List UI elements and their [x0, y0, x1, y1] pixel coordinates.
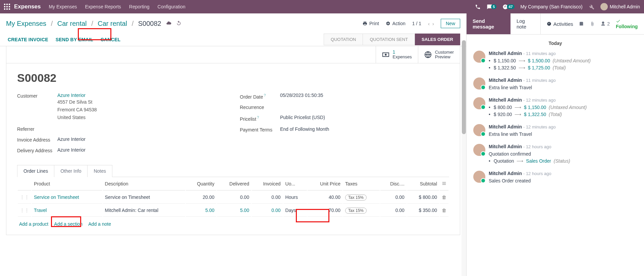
col-subtotal[interactable]: Subtotal [407, 178, 439, 190]
followers-button[interactable]: 2 [600, 21, 610, 26]
menu-reporting[interactable]: Reporting [129, 4, 150, 9]
cloud-icon[interactable] [166, 20, 171, 27]
help-icon[interactable]: ? [257, 115, 259, 119]
following-button[interactable]: Following [616, 18, 639, 29]
description-cell[interactable]: Mitchell Admin: Car rental [103, 204, 185, 217]
col-product[interactable]: Product [32, 178, 102, 190]
disc-cell[interactable]: 0.00 [380, 204, 407, 217]
message-author[interactable]: Mitchell Admin [489, 124, 522, 129]
activities-button[interactable]: Activities [540, 13, 579, 34]
wrench-icon[interactable] [589, 4, 594, 10]
col-delivered[interactable]: Delivered [217, 178, 251, 190]
message-author[interactable]: Mitchell Admin [489, 144, 522, 149]
add-note-link[interactable]: Add a note [88, 221, 111, 227]
invoiced-cell[interactable]: 0.00 [252, 191, 283, 204]
customer-addr3: United States [57, 114, 226, 121]
company-switcher[interactable]: My Company (San Francisco) [521, 4, 583, 9]
menu-my-expenses[interactable]: My Expenses [49, 4, 77, 9]
user-menu[interactable]: Mitchell Admin [600, 3, 640, 10]
send-email-button[interactable]: SEND BY EMAIL [56, 37, 93, 42]
uom-cell[interactable]: Hours [283, 191, 307, 204]
add-section-link[interactable]: Add a section [54, 221, 83, 227]
status-quotation-sent[interactable]: QUOTATION SENT [363, 34, 415, 45]
table-row[interactable]: ⋮⋮ Service on Timesheet Service on Times… [18, 191, 448, 204]
price-cell[interactable]: 40.00 [308, 191, 342, 204]
col-description[interactable]: Description [103, 178, 185, 190]
col-quantity[interactable]: Quantity [186, 178, 217, 190]
message-author[interactable]: Mitchell Admin [489, 97, 522, 103]
stat-expenses[interactable]: 1Expenses [376, 46, 418, 63]
attachment-icon[interactable] [590, 21, 595, 26]
product-cell[interactable]: Travel [34, 208, 47, 213]
menu-expense-reports[interactable]: Expense Reports [85, 4, 121, 9]
stat-customer-preview[interactable]: CustomerPreview [418, 46, 460, 63]
book-icon[interactable] [579, 21, 584, 26]
tab-order-lines[interactable]: Order Lines [17, 165, 54, 177]
message-author[interactable]: Mitchell Admin [489, 51, 522, 56]
referrer-label: Referrer [17, 126, 57, 132]
delivery-address-value[interactable]: Azure Interior [57, 147, 226, 153]
description-cell[interactable]: Service on Timesheet [103, 191, 185, 204]
col-taxes[interactable]: Taxes [343, 178, 380, 190]
col-invoiced[interactable]: Invoiced [252, 178, 283, 190]
message-change: • $ 920.00 ⟶ $ 1,322.50 (Total) [489, 111, 637, 118]
breadcrumb-current: S00082 [138, 20, 161, 27]
drag-handle-icon[interactable]: ⋮⋮ [18, 191, 31, 204]
scrollbar[interactable] [462, 40, 466, 276]
tab-notes[interactable]: Notes [87, 165, 112, 177]
invoiced-cell[interactable]: 0.00 [252, 204, 283, 217]
tax-cell[interactable]: Tax 15% [343, 204, 380, 217]
delete-row-icon[interactable]: 🗑 [440, 204, 448, 217]
disc-cell[interactable]: 0.00 [380, 191, 407, 204]
help-icon[interactable]: ? [264, 93, 266, 97]
apps-icon[interactable] [4, 4, 10, 10]
customer-addr2: Fremont CA 94538 [57, 106, 226, 113]
col-uom[interactable]: Uo... [283, 178, 307, 190]
send-message-button[interactable]: Send message [467, 13, 511, 34]
create-invoice-button[interactable]: CREATE INVOICE [8, 37, 48, 42]
quantity-cell[interactable]: 20.00 [186, 191, 217, 204]
phone-icon[interactable] [475, 4, 481, 10]
undo-icon[interactable] [176, 20, 181, 27]
prev-record[interactable]: ‹ [427, 21, 431, 26]
delivered-cell[interactable]: 0.00 [217, 191, 251, 204]
table-row[interactable]: ⋮⋮ Travel Mitchell Admin: Car rental 5.0… [18, 204, 448, 217]
col-unit-price[interactable]: Unit Price [308, 178, 342, 190]
delete-row-icon[interactable]: 🗑 [440, 191, 448, 204]
quantity-cell[interactable]: 5.00 [186, 204, 217, 217]
recurrence-label: Recurrence [240, 104, 280, 110]
app-brand[interactable]: Expenses [14, 3, 41, 10]
settings-icon[interactable] [442, 181, 446, 186]
message-time: - 12 hours ago [523, 171, 551, 176]
customer-value[interactable]: Azure Interior [57, 93, 86, 98]
menu-configuration[interactable]: Configuration [158, 4, 185, 9]
message-author[interactable]: Mitchell Admin [489, 171, 522, 176]
tab-other-info[interactable]: Other Info [54, 165, 88, 177]
status-quotation[interactable]: QUOTATION [324, 34, 363, 45]
cancel-button[interactable]: CANCEL [101, 37, 121, 42]
pricelist-value[interactable]: Public Pricelist (USD) [280, 115, 449, 120]
next-record[interactable]: › [431, 21, 435, 26]
new-button[interactable]: New [441, 19, 460, 28]
breadcrumb-car-rental-1[interactable]: Car rental [57, 20, 87, 27]
breadcrumb-my-expenses[interactable]: My Expenses [6, 20, 46, 27]
action-button[interactable]: Action [386, 21, 406, 26]
message-author[interactable]: Mitchell Admin [489, 77, 522, 83]
product-cell[interactable]: Service on Timesheet [34, 195, 79, 200]
payment-terms-value[interactable]: End of Following Month [280, 126, 449, 132]
price-cell[interactable]: 70.00 [308, 204, 342, 217]
breadcrumb-car-rental-2[interactable]: Car rental [98, 20, 127, 27]
uom-cell[interactable]: Days [283, 204, 307, 217]
order-date-value[interactable]: 05/28/2023 01:50:35 [280, 93, 449, 98]
drag-handle-icon[interactable]: ⋮⋮ [18, 204, 31, 217]
invoice-address-value[interactable]: Azure Interior [57, 136, 226, 142]
status-sales-order[interactable]: SALES ORDER [415, 34, 460, 45]
col-disc[interactable]: Disc.... [380, 178, 407, 190]
breadcrumb: My Expenses / Car rental / Car rental / … [6, 20, 161, 27]
tax-cell[interactable]: Tax 15% [343, 191, 380, 204]
print-button[interactable]: Print [363, 21, 379, 26]
delivered-cell[interactable]: 5.00 [217, 204, 251, 217]
log-note-button[interactable]: Log note [511, 13, 540, 34]
message-change: • Quotation ⟶ Sales Order (Status) [489, 158, 637, 165]
add-product-link[interactable]: Add a product [19, 221, 48, 227]
